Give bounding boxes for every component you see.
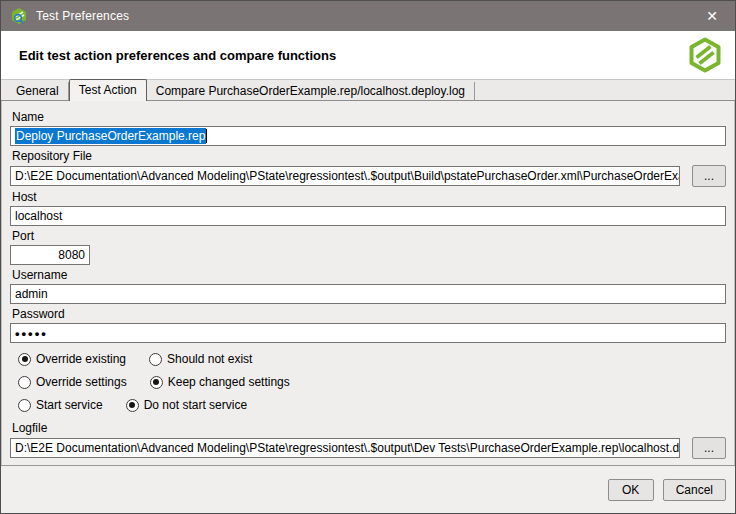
radio-button-icon (126, 399, 139, 412)
repository-file-input[interactable]: D:\E2E Documentation\Advanced Modeling\P… (10, 166, 680, 186)
radio-label: Start service (36, 398, 103, 412)
radio-button-icon (18, 376, 31, 389)
username-input[interactable]: admin (10, 284, 726, 304)
repository-file-label: Repository File (12, 149, 726, 163)
logfile-row: D:\E2E Documentation\Advanced Modeling\P… (10, 437, 726, 459)
button-bar: OK Cancel (1, 465, 735, 513)
radio-do-not-start-service[interactable]: Do not start service (126, 398, 247, 412)
password-label: Password (12, 307, 726, 321)
host-input[interactable]: localhost (10, 206, 726, 226)
test-action-panel: Name Deploy PurchaseOrderExample.rep Rep… (1, 101, 735, 465)
name-input[interactable]: Deploy PurchaseOrderExample.rep (10, 126, 726, 146)
radio-label: Override settings (36, 375, 127, 389)
dialog-description: Edit test action preferences and compare… (19, 48, 336, 63)
e2e-logo-icon (687, 37, 723, 73)
logfile-browse-button[interactable]: ... (692, 437, 726, 459)
repository-browse-button[interactable]: ... (692, 165, 726, 187)
title-bar: Test Preferences ✕ (1, 1, 735, 31)
repository-file-row: D:\E2E Documentation\Advanced Modeling\P… (10, 165, 726, 187)
text-caret (206, 129, 207, 143)
name-label: Name (12, 110, 726, 124)
service-radio-group: Start service Do not start service (18, 398, 726, 412)
existing-radio-group: Override existing Should not exist (18, 352, 726, 366)
radio-keep-changed-settings[interactable]: Keep changed settings (150, 375, 290, 389)
cancel-button[interactable]: Cancel (663, 479, 726, 501)
ok-button[interactable]: OK (608, 479, 654, 501)
username-label: Username (12, 268, 726, 282)
tab-general[interactable]: General (7, 82, 69, 100)
port-input[interactable]: 8080 (10, 245, 90, 265)
tab-bar: General Test Action Compare PurchaseOrde… (1, 80, 735, 101)
radio-override-existing[interactable]: Override existing (18, 352, 126, 366)
app-hexagon-magnifier-icon (10, 7, 28, 25)
radio-button-icon (18, 353, 31, 366)
radio-button-icon (150, 376, 163, 389)
host-label: Host (12, 190, 726, 204)
radio-override-settings[interactable]: Override settings (18, 375, 127, 389)
tab-compare[interactable]: Compare PurchaseOrderExample.rep/localho… (147, 82, 475, 100)
settings-radio-group: Override settings Keep changed settings (18, 375, 726, 389)
tab-test-action[interactable]: Test Action (69, 79, 147, 101)
radio-label: Keep changed settings (168, 375, 290, 389)
radio-button-icon (18, 399, 31, 412)
logfile-label: Logfile (12, 421, 726, 435)
close-icon[interactable]: ✕ (689, 1, 735, 31)
radio-label: Do not start service (144, 398, 247, 412)
password-input[interactable]: ••••• (10, 323, 726, 343)
test-preferences-dialog: Test Preferences ✕ Edit test action pref… (0, 0, 736, 514)
radio-button-icon (149, 353, 162, 366)
window-title: Test Preferences (36, 9, 129, 23)
radio-start-service[interactable]: Start service (18, 398, 103, 412)
port-label: Port (12, 229, 726, 243)
radio-should-not-exist[interactable]: Should not exist (149, 352, 252, 366)
name-selected-text: Deploy PurchaseOrderExample.rep (15, 128, 206, 144)
radio-label: Override existing (36, 352, 126, 366)
dialog-header: Edit test action preferences and compare… (1, 31, 735, 80)
radio-label: Should not exist (167, 352, 252, 366)
logfile-input[interactable]: D:\E2E Documentation\Advanced Modeling\P… (10, 438, 680, 458)
